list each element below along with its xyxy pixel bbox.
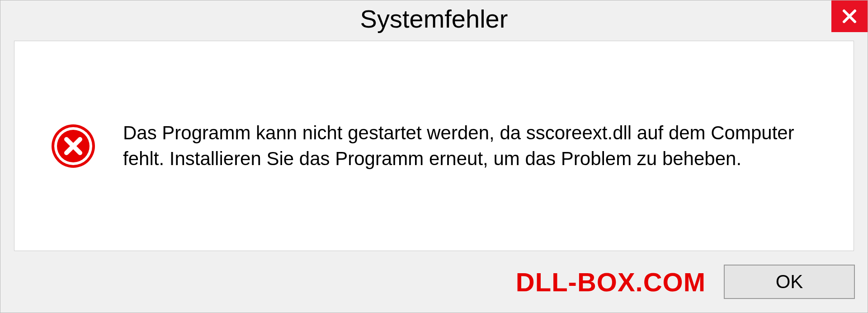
footer: DLL-BOX.COM OK [0, 251, 868, 313]
error-message: Das Programm kann nicht gestartet werden… [123, 120, 826, 171]
error-dialog: Systemfehler Das Programm kann nicht ges… [0, 0, 868, 313]
titlebar: Systemfehler [0, 0, 868, 41]
watermark-text: DLL-BOX.COM [516, 267, 706, 297]
close-button[interactable] [831, 0, 868, 32]
dialog-title: Systemfehler [360, 4, 508, 33]
content-area: Das Programm kann nicht gestartet werden… [14, 41, 854, 251]
ok-button[interactable]: OK [724, 265, 855, 299]
error-icon [51, 123, 96, 169]
close-icon [841, 8, 858, 24]
